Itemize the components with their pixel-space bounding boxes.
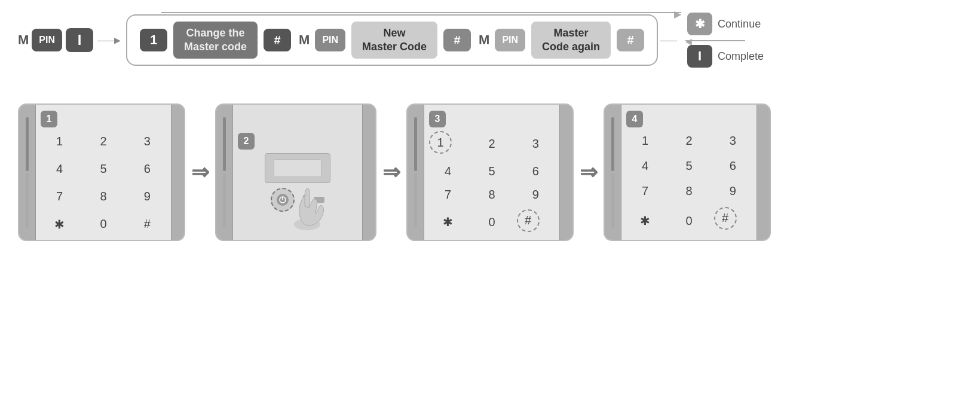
star-badge: ✱: [687, 13, 712, 35]
cursor-badge-start: I: [66, 28, 93, 52]
key-4-8: 8: [670, 182, 708, 201]
flow-section: ▶ M PIN I ——▶ 1 Change the Master code #…: [0, 0, 980, 74]
key-1-8: 8: [84, 186, 122, 208]
key-3-4: 4: [429, 163, 467, 181]
right-bar-2: [362, 105, 375, 240]
key-3-6: 6: [517, 163, 555, 181]
step1-number-badge: 1: [140, 29, 167, 51]
key-3-7: 7: [429, 186, 467, 203]
key-1-star: ✱: [41, 213, 78, 235]
complete-label: Complete: [718, 50, 764, 63]
step-badge-3: 3: [429, 111, 446, 127]
hand-svg-2: [283, 184, 331, 234]
key-1-4: 4: [41, 159, 78, 180]
pin-badge-start: PIN: [32, 29, 62, 51]
step3-text: Master Code again: [531, 22, 611, 59]
bar-stripe-2b: [223, 173, 226, 227]
left-bar-3: [408, 105, 424, 240]
bar-stripe-4a: [611, 117, 614, 171]
device-panel-inner-2: [274, 159, 321, 177]
m-label-3: M: [479, 32, 489, 48]
key-4-7: 7: [626, 182, 664, 201]
keypad-device-4: 4 1 2 3 4 5 6 7 8 9 ✱ 0 #: [604, 103, 771, 241]
key-1-2: 2: [84, 131, 122, 153]
keypad-grid-1: 1 2 3 4 5 6 7 8 9 ✱ 0 #: [41, 131, 166, 235]
key-3-8: 8: [473, 186, 510, 203]
diagram-1: 1 1 2 3 4 5 6 7 8 9 ✱ 0 #: [18, 103, 185, 241]
right-bar-4: [757, 105, 770, 240]
diagram-3: 3 1 2 3 4 5 6 7 8 9 ✱ 0 #: [406, 103, 574, 241]
step-badge-1: 1: [41, 111, 57, 127]
right-bar-3: [559, 105, 572, 240]
bar-stripe-3b: [414, 173, 417, 227]
keypad-grid-4: 1 2 3 4 5 6 7 8 9 ✱ 0 #: [626, 131, 752, 235]
left-bar-4: [605, 105, 621, 240]
bar-stripe-3a: [414, 117, 417, 171]
key-4-9: 9: [714, 182, 752, 201]
bar-stripe-2a: [223, 117, 226, 171]
diagrams-section: 1 1 2 3 4 5 6 7 8 9 ✱ 0 # ⇒: [0, 92, 980, 247]
device-panel-2: [265, 153, 330, 183]
key-4-0: 0: [670, 207, 708, 235]
continue-row: ✱ Continue: [685, 13, 761, 35]
key-1-9: 9: [128, 186, 166, 208]
key-3-3: 3: [517, 131, 555, 157]
key-1-hash: #: [128, 213, 166, 235]
key-4-3: 3: [714, 131, 752, 150]
key-1-7: 7: [41, 186, 78, 208]
key-3-1: 1: [429, 131, 452, 154]
key-1-1: 1: [41, 131, 78, 153]
flow-row: M PIN I ——▶ 1 Change the Master code # M…: [18, 13, 962, 68]
bar-stripe-1b: [26, 173, 29, 227]
right-bar-1: [171, 105, 184, 240]
key-1-6: 6: [128, 159, 166, 180]
key-4-4: 4: [626, 156, 664, 175]
keypad-grid-3: 1 2 3 4 5 6 7 8 9 ✱ 0 #: [429, 131, 555, 235]
continue-complete-group: ✱ Continue ◀ I Complete: [685, 13, 764, 68]
left-bar-1: [19, 105, 36, 240]
key-3-2: 2: [473, 131, 510, 157]
step1-text: Change the Master code: [173, 22, 258, 59]
big-arrow-1: ⇒: [191, 160, 209, 185]
bar-stripe-1a: [26, 117, 29, 171]
step2-hash-badge: #: [443, 29, 471, 51]
bar-stripe-4b: [611, 173, 614, 227]
keypad-device-1: 1 1 2 3 4 5 6 7 8 9 ✱ 0 #: [18, 103, 185, 241]
key-4-star: ✱: [626, 207, 664, 235]
keypad-main-4: 4 1 2 3 4 5 6 7 8 9 ✱ 0 #: [621, 105, 757, 240]
key-4-hash: #: [714, 207, 737, 230]
key-1-3: 3: [128, 131, 166, 153]
complete-cursor-badge: I: [687, 45, 712, 68]
step3-hash-badge: #: [617, 29, 644, 51]
keypad-main-3: 3 1 2 3 4 5 6 7 8 9 ✱ 0 #: [424, 105, 559, 240]
device-interior-2: 2 A: [233, 105, 362, 240]
key-3-9: 9: [517, 186, 555, 203]
key-4-2: 2: [670, 131, 708, 150]
key-3-5: 5: [473, 163, 510, 181]
big-arrow-3: ⇒: [580, 160, 598, 185]
key-3-star: ✱: [429, 209, 467, 236]
keypad-device-3: 3 1 2 3 4 5 6 7 8 9 ✱ 0 #: [406, 103, 574, 241]
step2-text: New Master Code: [351, 22, 437, 59]
key-1-0: 0: [84, 213, 122, 235]
m-label-2: M: [299, 32, 310, 48]
key-4-6: 6: [714, 156, 752, 175]
key-4-1: 1: [626, 131, 664, 150]
keypad-device-2: 2 A: [215, 103, 376, 241]
step1-hash-badge: #: [264, 29, 291, 51]
diagram-4: 4 1 2 3 4 5 6 7 8 9 ✱ 0 #: [604, 103, 771, 241]
flow-steps-box: 1 Change the Master code # M PIN New Mas…: [126, 14, 658, 66]
m-label-start: M: [18, 32, 29, 48]
diagram-2: 2 A: [215, 103, 376, 241]
key-1-5: 5: [84, 159, 122, 180]
step-badge-2: 2: [238, 133, 255, 150]
big-arrow-2: ⇒: [382, 160, 400, 185]
left-bar-2: [216, 105, 233, 240]
pin-badge-2: PIN: [315, 29, 345, 51]
key-3-hash: #: [517, 209, 540, 232]
continue-label: Continue: [718, 18, 761, 31]
pin-badge-3: PIN: [495, 29, 525, 51]
key-3-0: 0: [473, 209, 510, 236]
key-4-5: 5: [670, 156, 708, 175]
complete-row: I Complete: [685, 45, 764, 68]
